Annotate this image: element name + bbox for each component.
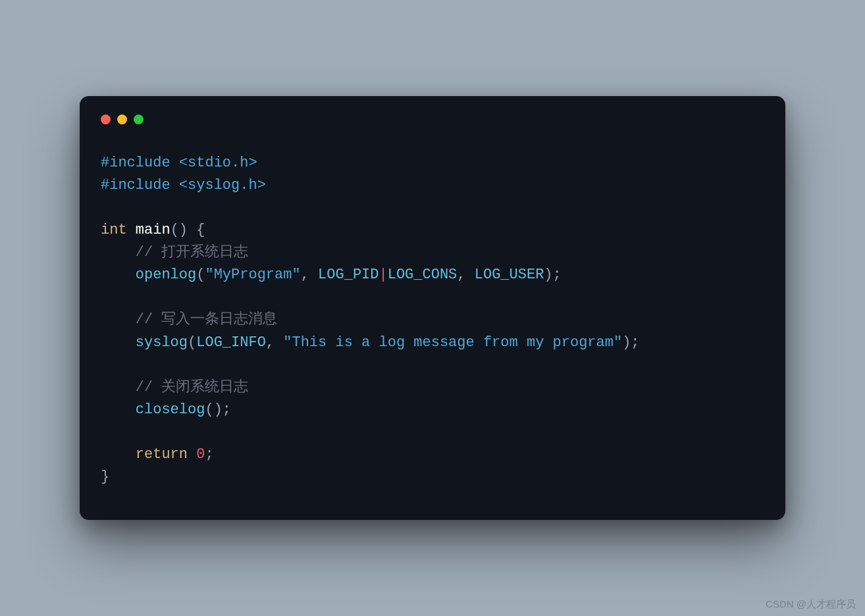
code-line: syslog(LOG_INFO, "This is a log message … [101,334,640,351]
code-line: #include <syslog.h> [101,177,266,193]
code-line: } [101,469,109,485]
code-line: // 写入一条日志消息 [101,311,277,328]
code-line: #include <stdio.h> [101,155,257,171]
code-line: return 0; [101,446,214,463]
code-block: #include <stdio.h> #include <syslog.h> i… [101,152,764,488]
minimize-icon[interactable] [117,115,127,124]
code-line: openlog("MyProgram", LOG_PID|LOG_CONS, L… [101,267,562,283]
traffic-lights [101,115,764,124]
code-line: int main() { [101,222,205,238]
maximize-icon[interactable] [134,115,144,124]
code-line: // 关闭系统日志 [101,379,248,396]
code-line: closelog(); [101,401,231,418]
close-icon[interactable] [101,115,111,124]
code-window: #include <stdio.h> #include <syslog.h> i… [80,96,785,520]
code-line: // 打开系统日志 [101,244,248,261]
watermark: CSDN @人才程序员 [766,598,856,611]
